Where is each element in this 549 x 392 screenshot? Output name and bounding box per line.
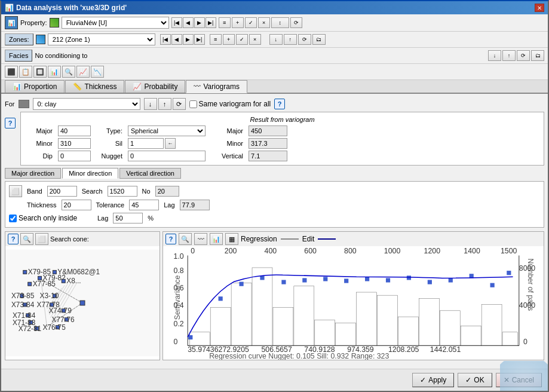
major-direction-tab[interactable]: Major direction xyxy=(5,168,61,179)
for-btn-3[interactable]: ⟳ xyxy=(173,98,186,110)
vario-help[interactable]: ? xyxy=(5,118,16,128)
thickness-input[interactable] xyxy=(62,200,91,210)
facies-button[interactable]: Facies xyxy=(5,50,32,62)
same-variogram-check[interactable]: Same variogram for all xyxy=(189,100,271,108)
export-btn[interactable]: ↑ xyxy=(284,34,297,45)
apply-button[interactable]: ✓ Apply xyxy=(412,373,454,387)
chart-zoom[interactable]: 🔍 xyxy=(179,233,192,245)
nav-btn-4[interactable]: × xyxy=(258,17,270,28)
type-select[interactable]: Spherical Exponential Gaussian xyxy=(128,125,206,136)
search-inside-checkbox[interactable] xyxy=(9,215,17,222)
nav-btn-1[interactable]: ≡ xyxy=(219,17,231,28)
zone-btn-3[interactable]: ✓ xyxy=(236,34,248,45)
map-zoom[interactable]: 🔍 xyxy=(20,233,33,245)
facies-btn-3[interactable]: ⟳ xyxy=(517,50,530,61)
toolbar-icon-7[interactable]: 📉 xyxy=(91,66,104,78)
same-variogram-checkbox[interactable] xyxy=(189,100,197,108)
apply-check-icon: ✓ xyxy=(420,376,426,384)
zones-nav-first[interactable]: |◀ xyxy=(160,34,171,45)
chart-bar[interactable]: 📊 xyxy=(210,233,223,245)
for-btn-2[interactable]: ↑ xyxy=(158,98,171,110)
chart-panel: ? 🔍 〰 📊 ▦ Regression Edit xyxy=(162,231,544,360)
tolerance-input[interactable] xyxy=(129,200,159,210)
lag-input[interactable] xyxy=(113,213,143,223)
zones-select[interactable]: 212 (Zone 1) xyxy=(48,33,155,45)
minor-label: Minor xyxy=(24,140,54,147)
tab-variograms[interactable]: 〰 Variograms xyxy=(186,80,247,93)
major-input[interactable] xyxy=(58,125,91,136)
nav-next[interactable]: ▶ xyxy=(194,17,205,28)
svg-text:1400: 1400 xyxy=(464,247,480,255)
zones-button[interactable]: Zones: xyxy=(5,33,33,45)
svg-text:0: 0 xyxy=(191,247,195,255)
nugget-input[interactable] xyxy=(128,151,206,161)
toolbar-icon-3[interactable]: 🔲 xyxy=(33,66,47,78)
nav-prev[interactable]: ◀ xyxy=(183,17,194,28)
band-input[interactable] xyxy=(47,186,77,197)
chart-line[interactable]: 〰 xyxy=(194,233,207,245)
toolbar-icon-5[interactable]: 🔍 xyxy=(62,66,75,78)
search-input[interactable] xyxy=(108,186,137,197)
clay-select[interactable]: 0: clay xyxy=(33,98,140,110)
band-icon[interactable]: ⬜ xyxy=(9,185,22,197)
refresh-btn[interactable]: ⟳ xyxy=(298,34,311,45)
major-result-label: Major xyxy=(209,127,245,134)
svg-text:0: 0 xyxy=(174,338,178,346)
toolbar-icon-2[interactable]: 📋 xyxy=(19,66,32,78)
svg-rect-86 xyxy=(302,278,306,282)
zone-btn-1[interactable]: ≡ xyxy=(210,34,222,45)
regression-line xyxy=(281,238,299,240)
thickness-row: Thickness Tolerance Lag xyxy=(9,200,540,210)
for-btn-1[interactable]: ↓ xyxy=(144,98,157,110)
search-inside-check[interactable]: Search only inside xyxy=(9,214,93,222)
facies-btn-1[interactable]: ↓ xyxy=(488,50,501,61)
zone-btn-4[interactable]: × xyxy=(249,34,261,45)
sil-input[interactable] xyxy=(128,138,164,149)
tab-proportion[interactable]: 📊 Proportion xyxy=(5,80,65,93)
zones-nav-next[interactable]: ▶ xyxy=(183,34,194,45)
vertical-label: Vertical xyxy=(209,152,245,160)
map-help[interactable]: ? xyxy=(8,234,19,244)
nav-btn-2[interactable]: + xyxy=(232,17,244,28)
zone-btn-2[interactable]: + xyxy=(223,34,235,45)
map-tools: ? 🔍 ⬜ Search cone: xyxy=(5,232,160,246)
svg-text:0: 0 xyxy=(523,338,527,346)
title-icon: 📊 xyxy=(5,4,14,12)
zones-nav: |◀ ◀ ▶ ▶| xyxy=(160,34,205,45)
nav-btn-6[interactable]: ⟳ xyxy=(290,17,302,28)
vertical-input xyxy=(249,151,287,161)
import-btn[interactable]: ↓ xyxy=(269,34,283,45)
tab-probability[interactable]: 📈 Probability xyxy=(125,80,185,93)
vertical-direction-tab[interactable]: Vertical direction xyxy=(119,168,181,179)
ok-button[interactable]: ✓ OK xyxy=(458,373,492,387)
close-button[interactable]: ✕ xyxy=(535,4,544,12)
svg-text:X76-75: X76-75 xyxy=(43,323,66,332)
toolbar-icon-4[interactable]: 📊 xyxy=(48,66,61,78)
svg-rect-85 xyxy=(281,280,286,284)
facies-btn-4[interactable]: 🗂 xyxy=(531,50,544,61)
minor-result-label: Minor xyxy=(209,140,245,147)
zones-nav-prev[interactable]: ◀ xyxy=(171,34,182,45)
help-button[interactable]: ? xyxy=(274,99,285,109)
minor-input[interactable] xyxy=(58,138,91,149)
nav-btn-5[interactable]: ↕ xyxy=(271,17,289,28)
property-select[interactable]: FluviaNéw [U] xyxy=(62,17,169,29)
nav-btn-3[interactable]: ✓ xyxy=(245,17,257,28)
nav-last[interactable]: ▶| xyxy=(206,17,216,28)
zones-nav-last[interactable]: ▶| xyxy=(194,34,205,45)
view-btn[interactable]: 🗂 xyxy=(312,34,326,45)
type-label: Type: xyxy=(94,127,124,134)
minor-direction-tab[interactable]: Minor direction xyxy=(62,168,118,179)
dip-input[interactable] xyxy=(58,151,91,161)
map-select[interactable]: ⬜ xyxy=(35,233,48,245)
tab-thickness[interactable]: 📏 Thickness xyxy=(65,80,124,93)
nav-first[interactable]: |◀ xyxy=(171,17,182,28)
facies-btn-2[interactable]: ↑ xyxy=(502,50,516,61)
svg-text:800: 800 xyxy=(344,247,357,255)
toolbar-icon-1[interactable]: ⬛ xyxy=(5,66,18,78)
svg-rect-19 xyxy=(62,279,65,283)
chart-hist[interactable]: ▦ xyxy=(225,233,238,245)
toolbar-icon-6[interactable]: 📈 xyxy=(76,66,90,78)
chart-help[interactable]: ? xyxy=(165,234,176,244)
sil-arrow[interactable]: ← xyxy=(165,138,176,149)
